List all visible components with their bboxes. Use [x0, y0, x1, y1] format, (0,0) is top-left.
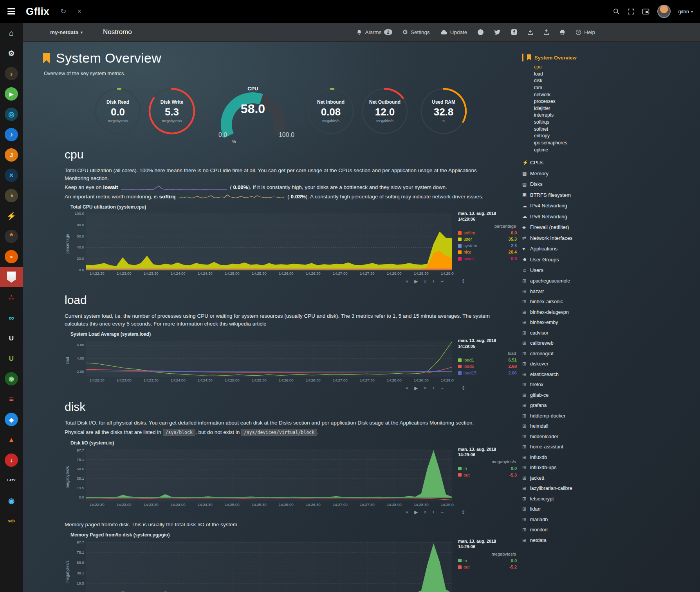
zoom-out-button[interactable]: −: [441, 385, 444, 391]
menu-app-item[interactable]: ⊞ netdata: [522, 538, 700, 543]
menu-app-item[interactable]: ⊞ letsencrypt: [522, 496, 700, 502]
menu-group[interactable]: ▤ Disks: [522, 181, 700, 187]
tab-heimdall[interactable]: ◆: [0, 409, 23, 430]
tab-transmission[interactable]: ↓: [0, 450, 23, 470]
rewind-button[interactable]: «: [406, 509, 408, 515]
menu-group[interactable]: ☺ Users: [522, 267, 700, 273]
refresh-icon[interactable]: ↻: [60, 7, 66, 16]
tab-green-app[interactable]: ◉: [0, 369, 23, 389]
zoom-out-button[interactable]: −: [441, 279, 444, 284]
menu-app-item[interactable]: ⊞ calibreweb: [522, 340, 700, 346]
tab-tautulli[interactable]: *: [0, 226, 23, 247]
legend-entry[interactable]: out -5.3: [458, 472, 517, 479]
tab-lightning[interactable]: ⚡: [0, 206, 23, 226]
print-button[interactable]: [559, 29, 565, 35]
cpu-chart[interactable]: 100.080.060.040.020.00.014:22:3014:23:00…: [70, 211, 454, 277]
tab-home[interactable]: ⌂: [0, 23, 23, 43]
tab-plex[interactable]: ›: [0, 63, 23, 84]
forward-button[interactable]: »: [424, 279, 426, 284]
tab-deluge[interactable]: ∞: [0, 308, 23, 328]
menu-app-item[interactable]: ⊞ bazarr: [522, 289, 700, 294]
zoom-in-button[interactable]: +: [432, 509, 435, 515]
menu-app-item[interactable]: ⊞ jackett: [522, 475, 700, 481]
upload-snapshot-button[interactable]: [543, 29, 549, 35]
menu-system-overview[interactable]: System Overview: [522, 54, 700, 61]
menu-app-item[interactable]: ⊞ lidarr: [522, 506, 700, 512]
menu-subitem[interactable]: processes: [534, 98, 700, 105]
menu-subitem[interactable]: interrupts: [534, 112, 700, 119]
tab-drop[interactable]: ◉: [0, 491, 23, 511]
tab-sonarr[interactable]: ◎: [0, 104, 23, 124]
menu-group[interactable]: ◈ Firewall (netfilter): [522, 224, 700, 230]
tab-ubooquity[interactable]: U: [0, 348, 23, 369]
legend-entry[interactable]: load1 6.51: [458, 357, 517, 363]
tab-lazylibrarian[interactable]: LAZY: [0, 470, 23, 491]
legend-entry[interactable]: user 35.3: [458, 236, 517, 243]
download-snapshot-button[interactable]: [527, 29, 533, 35]
menu-subitem[interactable]: network: [534, 92, 700, 99]
legend-entry[interactable]: load15 2.06: [458, 370, 517, 376]
legend-entry[interactable]: softirq 0.0: [458, 230, 517, 236]
load-chart[interactable]: 6.004.002.0014:22:3014:23:0014:23:3014:2…: [70, 338, 454, 384]
menu-group[interactable]: ⚡ CPUs: [522, 160, 700, 166]
rewind-button[interactable]: «: [406, 385, 408, 391]
resize-handle[interactable]: ⇕: [461, 509, 465, 515]
menu-app-item[interactable]: ⊞ chronograf: [522, 351, 700, 356]
host-selector[interactable]: my-netdata ▾: [50, 29, 83, 35]
resize-handle[interactable]: ⇕: [461, 278, 465, 284]
settings-button[interactable]: ⚙ Settings: [402, 29, 430, 35]
menu-app-item[interactable]: ⊞ home-assistant: [522, 444, 700, 450]
zoom-in-button[interactable]: +: [432, 279, 435, 284]
tab-gitlab[interactable]: ▲: [0, 430, 23, 450]
menu-subitem[interactable]: load: [534, 71, 700, 78]
menu-subitem[interactable]: entropy: [534, 133, 700, 140]
menu-app-item[interactable]: ⊞ firefox: [522, 382, 700, 387]
legend-entry[interactable]: system 2.3: [458, 243, 517, 249]
legend-entry[interactable]: in 0.0: [458, 465, 517, 472]
pgpgio-chart[interactable]: 97.778.158.639.119.50.014:22:3014:23:001…: [70, 538, 454, 592]
legend-entry[interactable]: load5 2.68: [458, 363, 517, 370]
rewind-button[interactable]: «: [406, 279, 408, 284]
menu-group[interactable]: ☁ IPv4 Networking: [522, 203, 700, 209]
menu-app-item[interactable]: ⊞ lazylibrarian-calibre: [522, 486, 700, 491]
menu-group[interactable]: ▦ Memory: [522, 171, 700, 176]
twitter-button[interactable]: [494, 29, 501, 36]
menu-app-item[interactable]: ⊞ gitlab-ce: [522, 392, 700, 398]
menu-group[interactable]: ☁ IPv6 Networking: [522, 214, 700, 220]
menu-app-item[interactable]: ⊞ monitorr: [522, 527, 700, 533]
menu-app-item[interactable]: ⊞ influxdb-ups: [522, 465, 700, 470]
menu-subitem[interactable]: softnet: [534, 126, 700, 133]
github-button[interactable]: [477, 29, 484, 36]
menu-subitem[interactable]: cpu: [534, 64, 700, 71]
menu-app-item[interactable]: ⊞ binhex-emby: [522, 320, 700, 325]
menu-subitem[interactable]: idlejitter: [534, 105, 700, 112]
facebook-button[interactable]: [511, 29, 517, 35]
search-icon[interactable]: [613, 8, 620, 15]
tab-settings[interactable]: ⚙: [0, 43, 23, 63]
play-button[interactable]: ▶: [414, 509, 418, 515]
legend-entry[interactable]: nice 20.4: [458, 249, 517, 256]
menu-app-item[interactable]: ⊞ cadvisor: [522, 330, 700, 336]
forward-button[interactable]: »: [424, 509, 426, 515]
legend-entry[interactable]: out -5.2: [458, 564, 517, 570]
close-icon[interactable]: ×: [77, 7, 81, 16]
menu-group[interactable]: ▣ BTRFS filesystem: [522, 192, 700, 198]
menu-app-item[interactable]: ⊞ influxdb: [522, 455, 700, 460]
tab-bazarr[interactable]: ◑: [0, 185, 23, 206]
tab-jackett[interactable]: J: [0, 145, 23, 165]
menu-group[interactable]: ♥ Applications: [522, 246, 700, 252]
user-menu[interactable]: gilbn ▾: [678, 9, 693, 14]
menu-group[interactable]: ☻ User Groups: [522, 257, 700, 263]
menu-app-item[interactable]: ⊞ grafana: [522, 403, 700, 408]
fullscreen-icon[interactable]: [628, 8, 634, 15]
menu-app-item[interactable]: ⊞ binhex-delugevpn: [522, 309, 700, 315]
menu-subitem[interactable]: softirqs: [534, 119, 700, 126]
menu-subitem[interactable]: disk: [534, 77, 700, 85]
hamburger-menu-icon[interactable]: [0, 0, 23, 23]
tab-kodi[interactable]: ×: [0, 165, 23, 185]
play-button[interactable]: ▶: [414, 279, 418, 284]
tab-airsonic[interactable]: ♪: [0, 124, 23, 145]
legend-entry[interactable]: iowait 0.0: [458, 256, 517, 262]
menu-subitem[interactable]: ram: [534, 85, 700, 92]
menu-app-item[interactable]: ⊞ apacheguacamole: [522, 278, 700, 284]
